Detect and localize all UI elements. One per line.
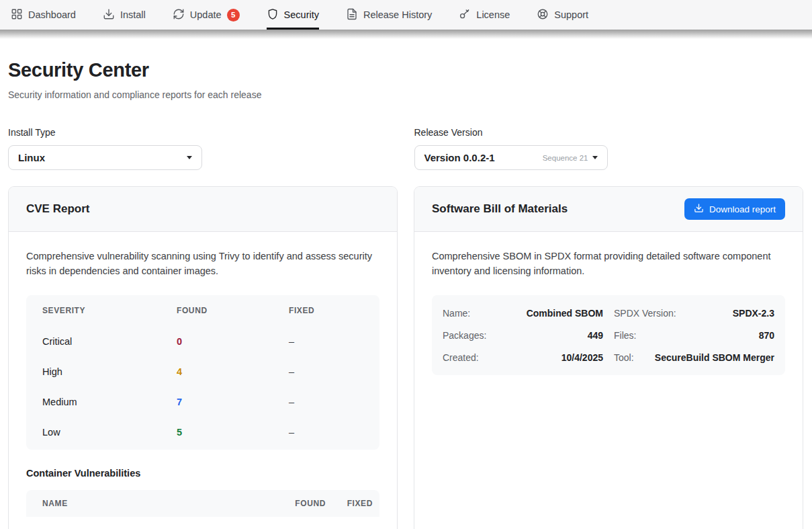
sbom-info-value: SPDX-2.3 [733,308,774,319]
cve-report-card: CVE Report Comprehensive vulnerability s… [8,186,398,529]
chevron-down-icon [187,156,192,159]
sbom-info-label: SPDX Version: [614,308,676,319]
nav-label: Security [284,9,319,20]
severity-table-header: SEVERITY FOUND FIXED [26,295,379,326]
table-row: Critical 0 – [26,326,379,356]
sbom-body: Comprehensive SBOM in SPDX format provid… [414,232,803,393]
sbom-info-value: SecureBuild SBOM Merger [655,352,774,363]
download-report-button[interactable]: Download report [684,198,785,220]
page-title: Security Center [8,59,803,81]
severity-label: Low [42,427,177,438]
nav-item-dashboard[interactable]: Dashboard [11,0,76,30]
release-sequence-label: Sequence 21 [543,154,588,162]
document-icon [346,8,358,22]
list-item: Files: 870 [614,324,774,346]
nav-label: Dashboard [28,9,76,20]
column-header-fixed: FIXED [326,499,373,508]
nav-label: Support [554,9,588,20]
fixed-count: – [289,366,363,377]
sbom-info-value: 870 [759,330,774,341]
sbom-info-value: 449 [588,330,603,341]
fixed-count: – [289,336,363,347]
table-row: Low 5 – [26,417,379,447]
sbom-title: Software Bill of Materials [432,202,568,216]
nav-item-install[interactable]: Install [103,0,146,30]
column-header-severity: SEVERITY [42,306,177,315]
nav-scroll-shadow [0,30,812,39]
list-item: SPDX Version: SPDX-2.3 [614,302,774,324]
found-count: 7 [177,397,289,407]
install-type-group: Install Type Linux [8,127,398,170]
release-version-group: Release Version Version 0.0.2-1 Sequence… [414,127,804,170]
key-icon [459,8,471,22]
download-icon [694,203,704,215]
shield-icon [267,8,279,22]
top-navigation: Dashboard Install Update 5 Security Rele… [0,0,812,30]
sbom-header: Software Bill of Materials Download repo… [414,187,803,232]
nav-item-release-history[interactable]: Release History [346,0,432,30]
cve-report-header: CVE Report [9,187,397,232]
refresh-icon [173,8,185,22]
download-report-label: Download report [709,204,776,214]
sbom-info-label: Created: [443,352,479,363]
chevron-down-icon [592,156,598,159]
sbom-card: Software Bill of Materials Download repo… [414,186,803,529]
install-type-label: Install Type [8,127,398,138]
severity-label: High [42,366,177,377]
cve-report-title: CVE Report [26,202,89,216]
found-count: 0 [177,336,289,347]
dashboard-grid-icon [11,8,23,22]
release-version-value: Version 0.0.2-1 [424,152,495,163]
list-item: Tool: SecureBuild SBOM Merger [614,346,774,368]
release-version-label: Release Version [414,127,804,138]
main-content: Security Center Security information and… [0,59,812,529]
list-item: Packages: 449 [443,324,603,346]
nav-item-support[interactable]: Support [537,0,588,30]
nav-item-license[interactable]: License [459,0,510,30]
page-subtitle: Security information and compliance repo… [8,89,803,100]
column-header-fixed: FIXED [289,306,363,315]
severity-label: Critical [42,336,177,347]
nav-item-update[interactable]: Update 5 [173,0,240,30]
sbom-description: Comprehensive SBOM in SPDX format provid… [432,249,785,278]
nav-label: Update [190,9,222,20]
filters-row: Install Type Linux Release Version Versi… [8,127,803,170]
nav-label: Install [120,9,146,20]
container-table-header: NAME FOUND FIXED [26,490,379,517]
install-type-select[interactable]: Linux [8,145,202,170]
sbom-info-grid: Name: Combined SBOM SPDX Version: SPDX-2… [432,295,785,375]
found-count: 5 [177,427,289,438]
sbom-info-label: Name: [443,308,470,319]
severity-label: Medium [42,397,177,407]
list-item: Name: Combined SBOM [443,302,603,324]
release-version-select[interactable]: Version 0.0.2-1 Sequence 21 [414,145,608,170]
nav-item-security[interactable]: Security [267,0,319,30]
sbom-info-value: 10/4/2025 [561,352,603,363]
fixed-count: – [289,427,363,438]
list-item: Created: 10/4/2025 [443,346,603,368]
nav-label: Release History [363,9,432,20]
table-row: High 4 – [26,356,379,386]
sbom-info-label: Tool: [614,352,634,363]
nav-label: License [476,9,510,20]
cards-row: CVE Report Comprehensive vulnerability s… [8,186,803,529]
cve-report-description: Comprehensive vulnerability scanning usi… [26,249,379,278]
fixed-count: – [289,397,363,407]
column-header-found: FOUND [177,306,289,315]
download-icon [103,8,115,22]
container-vulnerabilities-title: Container Vulnerabilities [26,468,379,479]
sbom-info-label: Files: [614,330,636,341]
sbom-info-value: Combined SBOM [527,308,603,319]
lifebuoy-icon [537,8,549,22]
sbom-info-label: Packages: [443,330,486,341]
cve-report-body: Comprehensive vulnerability scanning usi… [9,232,397,529]
column-header-name: NAME [42,499,268,508]
severity-table: SEVERITY FOUND FIXED Critical 0 – High 4… [26,295,379,450]
column-header-found: FOUND [268,499,326,508]
table-row: Medium 7 – [26,386,379,417]
update-count-badge: 5 [227,9,240,22]
found-count: 4 [177,366,289,377]
install-type-value: Linux [18,152,45,163]
